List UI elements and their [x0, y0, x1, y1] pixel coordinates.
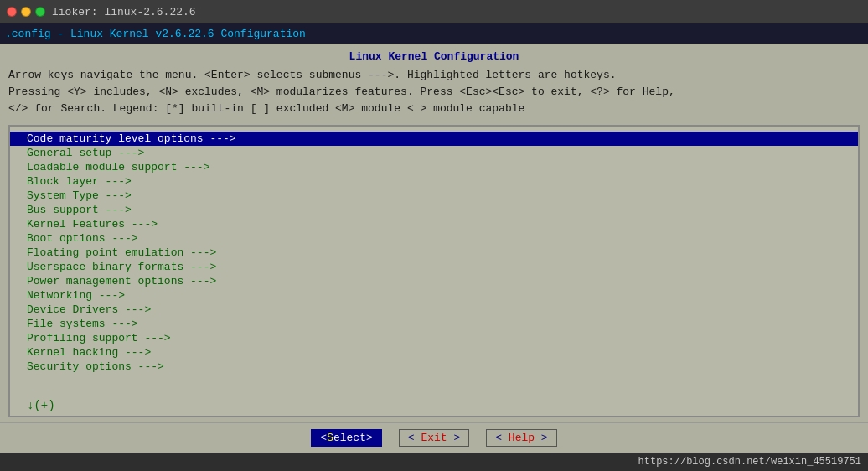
- close-button[interactable]: [7, 7, 17, 17]
- menubar: .config - Linux Kernel v2.6.22.6 Configu…: [0, 23, 868, 44]
- select-button[interactable]: <Select>: [311, 429, 381, 447]
- menu-item[interactable]: File systems --->: [10, 317, 858, 331]
- info-line3: </> for Search. Legend: [*] built-in [ ]…: [8, 101, 860, 117]
- menu-item[interactable]: Kernel hacking --->: [10, 345, 858, 360]
- menu-inner: Code maturity level options --->General …: [10, 127, 858, 379]
- menu-item[interactable]: Networking --->: [10, 288, 858, 303]
- menu-item[interactable]: Userspace binary formats --->: [10, 260, 858, 274]
- menu-item[interactable]: Profiling support --->: [10, 331, 858, 345]
- bottom-bar: <Select> < Exit > < Help >: [0, 422, 868, 453]
- info-title: Linux Kernel Configuration: [8, 49, 860, 65]
- statusbar: https://blog.csdn.net/weixin_45519751: [0, 453, 868, 471]
- menu-item[interactable]: Power management options --->: [10, 274, 858, 288]
- menubar-text: .config - Linux Kernel v2.6.22.6 Configu…: [5, 28, 306, 40]
- terminal-area: Linux Kernel Configuration Arrow keys na…: [0, 44, 868, 453]
- exit-button[interactable]: < Exit >: [399, 429, 469, 447]
- menu-item[interactable]: Block layer --->: [10, 174, 858, 189]
- info-line2: Pressing <Y> includes, <N> excludes, <M>…: [8, 84, 860, 101]
- menu-item[interactable]: Device Drivers --->: [10, 303, 858, 317]
- window-title: lioker: linux-2.6.22.6: [52, 6, 196, 18]
- menu-item[interactable]: General setup --->: [10, 146, 858, 160]
- info-line1: Arrow keys navigate the menu. <Enter> se…: [8, 67, 860, 84]
- menu-item[interactable]: Loadable module support --->: [10, 160, 858, 174]
- window-controls[interactable]: [7, 7, 45, 17]
- menu-item[interactable]: System Type --->: [10, 189, 858, 203]
- help-button[interactable]: < Help >: [486, 429, 556, 447]
- menu-item[interactable]: Boot options --->: [10, 231, 858, 246]
- maximize-button[interactable]: [35, 7, 45, 17]
- menu-item[interactable]: Floating point emulation --->: [10, 246, 858, 260]
- menu-item[interactable]: Code maturity level options --->: [10, 132, 858, 146]
- menu-item[interactable]: Security options --->: [10, 360, 858, 374]
- statusbar-url: https://blog.csdn.net/weixin_45519751: [638, 456, 861, 468]
- menu-item[interactable]: Bus support --->: [10, 203, 858, 217]
- info-area: Linux Kernel Configuration Arrow keys na…: [0, 44, 868, 122]
- titlebar: lioker: linux-2.6.22.6: [0, 0, 868, 23]
- scroll-indicator: ↓(+): [27, 399, 55, 412]
- menu-item[interactable]: Kernel Features --->: [10, 217, 858, 231]
- minimize-button[interactable]: [21, 7, 31, 17]
- menu-box: Code maturity level options --->General …: [8, 125, 860, 417]
